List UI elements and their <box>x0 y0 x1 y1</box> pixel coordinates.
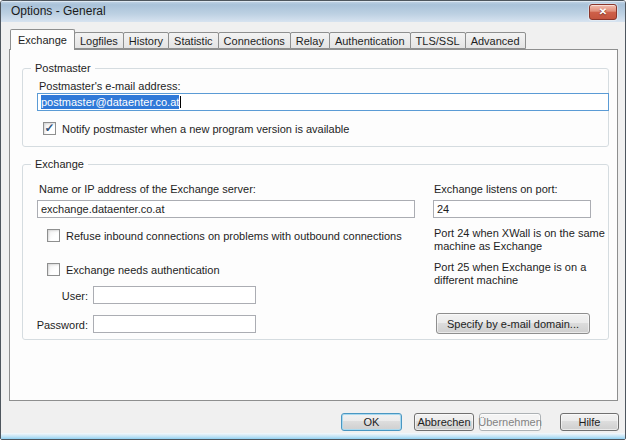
refuse-checkbox[interactable] <box>47 229 60 242</box>
options-dialog: Options - General ✕ Exchange Logfiles Hi… <box>0 0 626 440</box>
window-bottom-frame <box>1 433 625 439</box>
port25-note: Port 25 when Exchange is on a different … <box>434 261 616 287</box>
tab-relay[interactable]: Relay <box>290 32 330 49</box>
titlebar[interactable]: Options - General ✕ <box>1 1 625 22</box>
tab-exchange[interactable]: Exchange <box>10 29 75 50</box>
help-button[interactable]: Hilfe <box>560 413 619 431</box>
postmaster-email-input[interactable]: postmaster@dataenter.co.at <box>37 93 609 111</box>
tab-connections[interactable]: Connections <box>218 32 291 49</box>
apply-button: Übernehmen <box>479 413 541 431</box>
tab-label: TLS/SSL <box>416 35 460 47</box>
tab-advanced[interactable]: Advanced <box>465 32 526 49</box>
tab-panel-exchange: Postmaster Postmaster's e-mail address: … <box>9 49 618 401</box>
postmaster-group-title: Postmaster <box>31 62 95 74</box>
close-icon: ✕ <box>599 7 607 17</box>
close-button[interactable]: ✕ <box>589 4 617 20</box>
exchange-port-label: Exchange listens on port: <box>434 183 558 195</box>
tab-history[interactable]: History <box>123 32 169 49</box>
cancel-button[interactable]: Abbrechen <box>414 413 474 431</box>
apply-button-label: Übernehmen <box>478 416 542 428</box>
auth-checkbox-row: Exchange needs authentication <box>47 263 220 276</box>
exchange-group-title: Exchange <box>31 158 88 170</box>
tab-bar: Exchange Logfiles History Statistic Conn… <box>10 28 526 49</box>
tab-label: Authentication <box>335 35 405 47</box>
tab-label: Relay <box>296 35 324 47</box>
password-label: Password: <box>31 319 88 331</box>
help-button-label: Hilfe <box>578 416 600 428</box>
window-title: Options - General <box>11 4 106 18</box>
notify-checkbox[interactable]: ✓ <box>43 122 56 135</box>
exchange-server-label: Name or IP address of the Exchange serve… <box>39 183 256 195</box>
tab-statistic[interactable]: Statistic <box>168 32 219 49</box>
tab-label: History <box>129 35 163 47</box>
auth-checkbox[interactable] <box>47 263 60 276</box>
refuse-checkbox-label: Refuse inbound connections on problems w… <box>66 230 402 242</box>
tab-label: Advanced <box>471 35 520 47</box>
text-caret <box>180 96 181 108</box>
ok-button[interactable]: OK <box>341 413 402 431</box>
notify-checkbox-label: Notify postmaster when a new program ver… <box>62 123 349 135</box>
refuse-checkbox-row: Refuse inbound connections on problems w… <box>47 229 402 242</box>
checkmark-icon: ✓ <box>44 122 54 134</box>
postmaster-group: Postmaster Postmaster's e-mail address: … <box>22 68 609 147</box>
tab-label: Logfiles <box>80 35 118 47</box>
tab-label: Statistic <box>174 35 213 47</box>
tab-logfiles[interactable]: Logfiles <box>74 32 124 49</box>
tab-tls-ssl[interactable]: TLS/SSL <box>410 32 466 49</box>
auth-checkbox-label: Exchange needs authentication <box>66 264 220 276</box>
user-input[interactable] <box>93 286 256 304</box>
user-label: User: <box>31 290 88 302</box>
exchange-group: Exchange Name or IP address of the Excha… <box>22 164 609 340</box>
exchange-server-input[interactable] <box>37 200 415 218</box>
tab-authentication[interactable]: Authentication <box>329 32 411 49</box>
selected-text: postmaster@dataenter.co.at <box>41 95 179 109</box>
postmaster-email-label: Postmaster's e-mail address: <box>39 80 180 92</box>
password-input[interactable] <box>93 315 256 333</box>
port24-note: Port 24 when XWall is on the same machin… <box>434 227 616 253</box>
cancel-button-label: Abbrechen <box>417 416 470 428</box>
specify-by-email-domain-button[interactable]: Specify by e-mail domain... <box>436 313 590 334</box>
notify-checkbox-row: ✓ Notify postmaster when a new program v… <box>43 122 349 135</box>
ok-button-label: OK <box>364 416 380 428</box>
specify-button-label: Specify by e-mail domain... <box>447 318 579 330</box>
tab-label: Connections <box>224 35 285 47</box>
tab-label: Exchange <box>18 34 67 46</box>
exchange-port-input[interactable] <box>433 200 591 218</box>
